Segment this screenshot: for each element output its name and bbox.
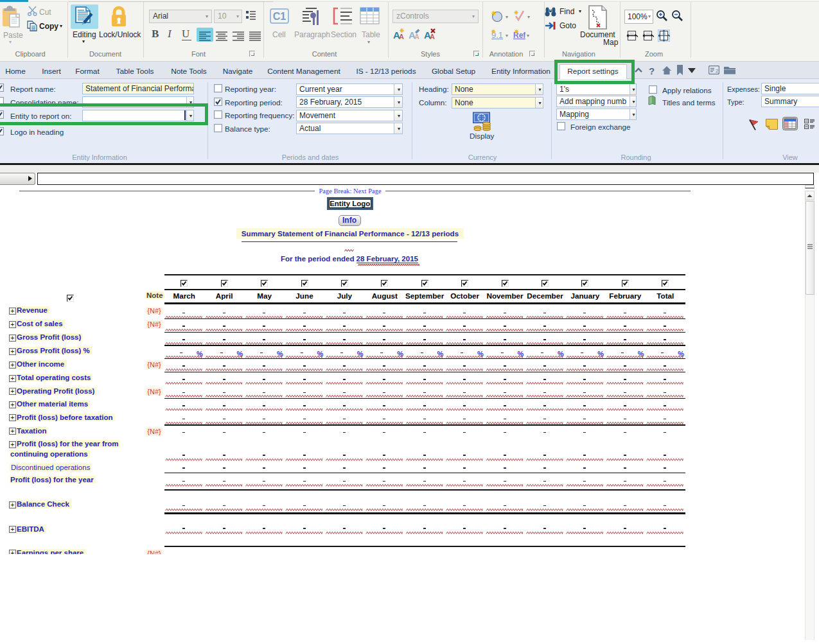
- svg-text:A: A: [430, 33, 435, 40]
- svg-text:2: 2: [716, 68, 719, 74]
- svg-text:A: A: [414, 33, 419, 40]
- svg-text:C1: C1: [273, 11, 286, 22]
- svg-text:Ref: Ref: [513, 31, 525, 40]
- svg-text:A: A: [399, 33, 404, 40]
